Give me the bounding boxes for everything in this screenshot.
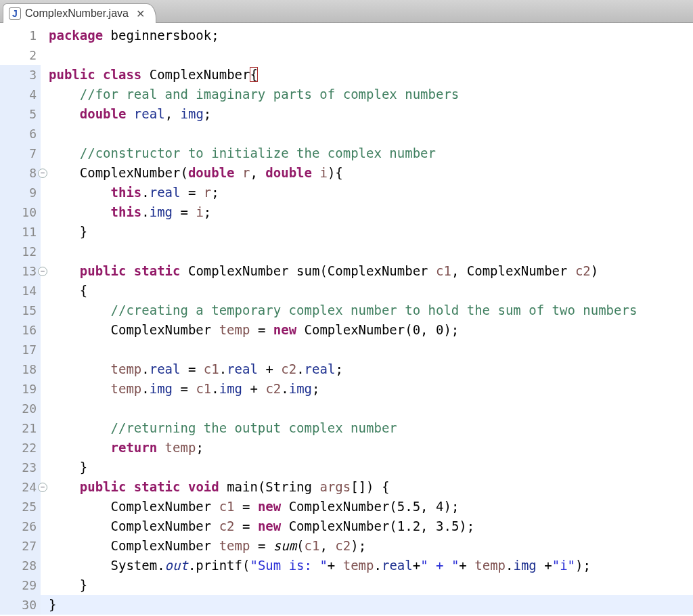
text-token: .printf( xyxy=(188,558,250,573)
line-number: 6 xyxy=(0,124,41,144)
code-line[interactable]: ComplexNumber c2 = new ComplexNumber(1.2… xyxy=(41,516,693,536)
text-token: } xyxy=(49,460,87,475)
text-token: = xyxy=(181,361,204,376)
text-token xyxy=(49,381,111,396)
id-token: temp xyxy=(219,538,250,553)
text-token: . xyxy=(141,185,149,200)
kw-token: double xyxy=(265,165,312,180)
code-line[interactable]: package beginnersbook; xyxy=(41,26,693,45)
id-token: c1 xyxy=(204,361,219,376)
code-line[interactable]: this.img = i; xyxy=(41,202,693,222)
fld-token: img xyxy=(150,204,173,219)
text-token: ComplexNumber(5.5, 4); xyxy=(281,499,459,514)
kw-token: void xyxy=(188,479,219,494)
code-line[interactable]: } xyxy=(41,222,693,242)
text-token: System. xyxy=(49,558,165,573)
text-token xyxy=(49,361,111,376)
text-token xyxy=(49,479,80,494)
cm-token: //creating a temporary complex number to… xyxy=(111,303,638,317)
fld-token: real xyxy=(150,185,181,200)
kw-token: double xyxy=(80,106,127,121)
code-line[interactable]: temp.real = c1.real + c2.real; xyxy=(41,359,693,379)
code-line[interactable] xyxy=(41,242,693,261)
code-line[interactable]: ComplexNumber(double r, double i){ xyxy=(41,163,693,183)
text-token: ; xyxy=(204,106,211,121)
code-line[interactable] xyxy=(41,340,693,359)
line-number: 18 xyxy=(0,359,41,379)
text-token: ); xyxy=(575,558,591,573)
text-token: ){ xyxy=(328,165,343,180)
code-line[interactable]: public class ComplexNumber{ xyxy=(41,65,693,85)
code-line[interactable] xyxy=(41,45,693,65)
text-token: + xyxy=(328,558,343,573)
text-token: + xyxy=(258,361,281,376)
code-line[interactable]: ComplexNumber temp = sum(c1, c2); xyxy=(41,536,693,556)
code-line[interactable]: //for real and imaginary parts of comple… xyxy=(41,85,693,104)
code-area[interactable]: package beginnersbook;public class Compl… xyxy=(41,23,693,616)
id-token: temp xyxy=(111,361,142,376)
text-token xyxy=(126,479,133,494)
line-number: 23 xyxy=(0,458,41,477)
text-token: , ComplexNumber xyxy=(451,263,575,278)
code-line[interactable]: return temp; xyxy=(41,438,693,458)
code-line[interactable]: System.out.printf("Sum is: "+ temp.real+… xyxy=(41,556,693,575)
code-line[interactable]: temp.img = c1.img + c2.img; xyxy=(41,379,693,399)
line-number: 28 xyxy=(0,556,41,575)
code-line[interactable]: //creating a temporary complex number to… xyxy=(41,301,693,320)
text-token xyxy=(235,165,242,180)
box-token: { xyxy=(250,67,257,82)
line-number: 3 xyxy=(0,65,41,85)
line-number: 5 xyxy=(0,104,41,124)
line-number: 10 xyxy=(0,202,41,222)
line-number: 26 xyxy=(0,516,41,536)
code-line[interactable]: { xyxy=(41,281,693,301)
line-number: 25 xyxy=(0,497,41,516)
code-line[interactable]: } xyxy=(41,595,693,615)
text-token xyxy=(312,165,319,180)
line-number: 19 xyxy=(0,379,41,399)
code-line[interactable]: } xyxy=(41,575,693,595)
id-token: i xyxy=(196,204,203,219)
text-token: . xyxy=(506,558,513,573)
line-number: 1 xyxy=(0,26,41,45)
line-number: 30 xyxy=(0,595,41,615)
text-token: ComplexNumber sum(ComplexNumber xyxy=(181,263,437,278)
code-editor[interactable]: 12345678−910111213−141516171819202122232… xyxy=(0,23,693,616)
kw-token: public xyxy=(80,479,127,494)
code-line[interactable]: ComplexNumber temp = new ComplexNumber(0… xyxy=(41,320,693,340)
text-token: ComplexNumber xyxy=(141,67,250,82)
text-token xyxy=(126,263,133,278)
text-token xyxy=(49,87,80,102)
text-token: ) xyxy=(591,263,598,278)
text-token: . xyxy=(219,361,227,376)
text-token: . xyxy=(211,381,219,396)
text-token: + xyxy=(413,558,420,573)
text-token: ( xyxy=(296,538,304,553)
close-icon[interactable]: ✕ xyxy=(135,8,146,19)
editor-tab[interactable]: J ComplexNumber.java ✕ xyxy=(3,3,156,23)
code-line[interactable]: double real, img; xyxy=(41,104,693,124)
kw-token: new xyxy=(258,519,281,533)
id-token: c1 xyxy=(436,263,451,278)
text-token: = xyxy=(173,381,196,396)
id-token: temp xyxy=(474,558,506,573)
line-number: 12 xyxy=(0,242,41,261)
text-token: ; xyxy=(312,381,319,396)
code-line[interactable]: public static void main(String args[]) { xyxy=(41,477,693,497)
text-token: . xyxy=(141,361,149,376)
code-line[interactable]: public static ComplexNumber sum(ComplexN… xyxy=(41,261,693,281)
tab-bar: J ComplexNumber.java ✕ xyxy=(0,0,693,23)
code-line[interactable]: } xyxy=(41,458,693,477)
code-line[interactable]: ComplexNumber c1 = new ComplexNumber(5.5… xyxy=(41,497,693,516)
code-line[interactable]: this.real = r; xyxy=(41,183,693,202)
text-token xyxy=(126,106,133,121)
text-token: = xyxy=(173,204,196,219)
code-line[interactable]: //constructor to initialize the complex … xyxy=(41,144,693,163)
str-token: "Sum is: " xyxy=(250,558,327,573)
kw-token: public xyxy=(80,263,127,278)
text-token: ComplexNumber xyxy=(49,538,219,553)
code-line[interactable]: //returning the output complex number xyxy=(41,418,693,438)
code-line[interactable] xyxy=(41,399,693,418)
text-token: . xyxy=(296,361,304,376)
code-line[interactable] xyxy=(41,124,693,144)
